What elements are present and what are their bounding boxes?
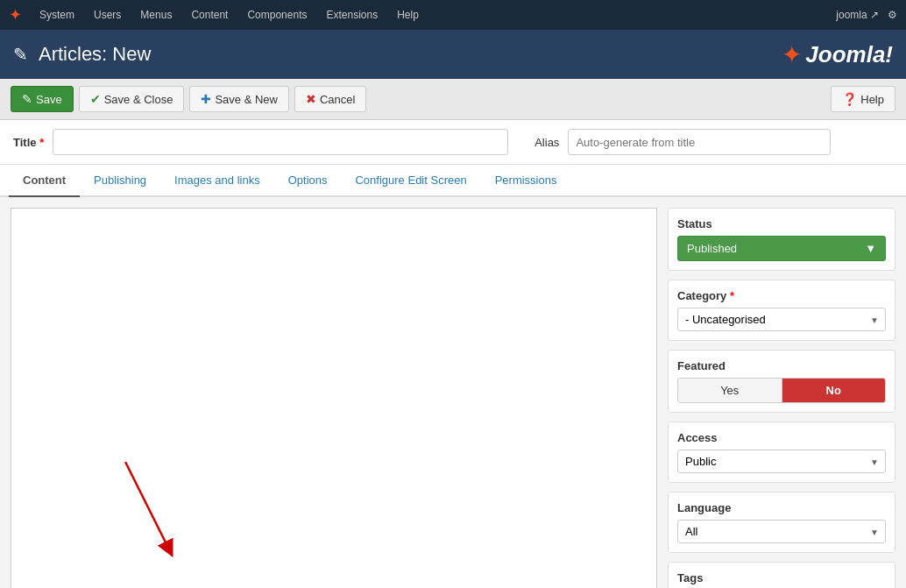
gear-icon[interactable]: ⚙: [888, 9, 897, 21]
tab-content[interactable]: Content: [9, 165, 80, 197]
language-select-wrapper: All: [677, 520, 886, 543]
joomla-brand-icon: ✦: [9, 5, 22, 25]
svg-line-0: [125, 462, 169, 549]
tab-options[interactable]: Options: [274, 165, 342, 197]
status-dropdown[interactable]: Published ▼: [677, 236, 886, 261]
editor-box[interactable]: ⤡: [11, 208, 657, 588]
nav-content[interactable]: Content: [182, 0, 237, 30]
nav-system[interactable]: System: [31, 0, 83, 30]
joomla-logo: ✦ Joomla!: [782, 40, 893, 69]
tags-section: Tags: [668, 562, 895, 588]
tabs-bar: Content Publishing Images and links Opti…: [0, 165, 906, 197]
tab-permissions[interactable]: Permissions: [481, 165, 571, 197]
alias-input[interactable]: [568, 129, 831, 155]
nav-help[interactable]: Help: [388, 0, 428, 30]
pencil-icon: ✎: [13, 44, 28, 65]
alias-label: Alias: [534, 136, 559, 149]
main-content: ⤡ ▶ Upload video on YouTube ⊞ Module 📄 A…: [0, 197, 906, 588]
tab-images-links[interactable]: Images and links: [160, 165, 274, 197]
access-select-wrapper: Public: [677, 450, 886, 473]
joomla-logo-star-icon: ✦: [782, 40, 802, 69]
tags-label: Tags: [677, 571, 886, 584]
question-icon: ❓: [842, 92, 857, 106]
save-icon: ✎: [22, 92, 32, 106]
title-row: Title * Alias: [0, 120, 906, 165]
featured-no-button[interactable]: No: [782, 379, 886, 402]
status-label: Status: [677, 217, 886, 230]
page-title: Articles: New: [39, 43, 151, 66]
top-navbar: ✦ System Users Menus Content Components …: [0, 0, 906, 30]
nav-menus[interactable]: Menus: [131, 0, 180, 30]
editor-area: ⤡ ▶ Upload video on YouTube ⊞ Module 📄 A…: [11, 208, 657, 588]
nav-extensions[interactable]: Extensions: [317, 0, 386, 30]
nav-users[interactable]: Users: [85, 0, 130, 30]
tab-publishing[interactable]: Publishing: [80, 165, 160, 197]
featured-label: Featured: [677, 359, 886, 372]
user-link[interactable]: joomla ↗: [836, 9, 879, 21]
cancel-icon: ✖: [306, 92, 316, 106]
sidebar-right: Status Published ▼ Category * - Uncatego…: [668, 208, 895, 588]
language-select[interactable]: All: [677, 520, 886, 543]
checkmark-icon: ✔: [90, 92, 101, 106]
tab-configure-edit-screen[interactable]: Configure Edit Screen: [341, 165, 480, 197]
page-header: ✎ Articles: New ✦ Joomla!: [0, 30, 906, 79]
featured-toggle: Yes No: [677, 378, 886, 403]
featured-yes-button[interactable]: Yes: [678, 379, 782, 402]
title-required-star: *: [39, 136, 44, 149]
arrow-svg: [99, 462, 239, 567]
toolbar: ✎ Save ✔ Save & Close ✚ Save & New ✖ Can…: [0, 79, 906, 120]
category-select-wrapper: - Uncategorised: [677, 308, 886, 331]
access-select[interactable]: Public: [677, 450, 886, 473]
save-close-button[interactable]: ✔ Save & Close: [79, 86, 185, 112]
access-label: Access: [677, 431, 886, 444]
nav-items: System Users Menus Content Components Ex…: [31, 0, 836, 30]
language-label: Language: [677, 501, 886, 514]
featured-section: Featured Yes No: [668, 350, 895, 413]
save-new-button[interactable]: ✚ Save & New: [189, 86, 289, 112]
joomla-logo-text: Joomla!: [805, 41, 893, 68]
status-value: Published: [687, 242, 737, 255]
help-button[interactable]: ❓ Help: [831, 86, 895, 112]
nav-right: joomla ↗ ⚙: [836, 9, 897, 21]
status-section: Status Published ▼: [668, 208, 895, 271]
save-button[interactable]: ✎ Save: [11, 86, 74, 112]
title-label: Title *: [13, 136, 44, 149]
category-label: Category *: [677, 289, 886, 302]
category-select[interactable]: - Uncategorised: [677, 308, 886, 331]
cancel-button[interactable]: ✖ Cancel: [294, 86, 366, 112]
arrow-annotation: [99, 462, 239, 570]
access-section: Access Public: [668, 422, 895, 483]
status-dropdown-arrow-icon: ▼: [865, 242, 876, 255]
language-section: Language All: [668, 492, 895, 553]
plus-icon: ✚: [201, 92, 211, 106]
nav-components[interactable]: Components: [238, 0, 315, 30]
category-required-star: *: [730, 289, 734, 302]
title-input[interactable]: [53, 129, 508, 155]
category-section: Category * - Uncategorised: [668, 280, 895, 341]
